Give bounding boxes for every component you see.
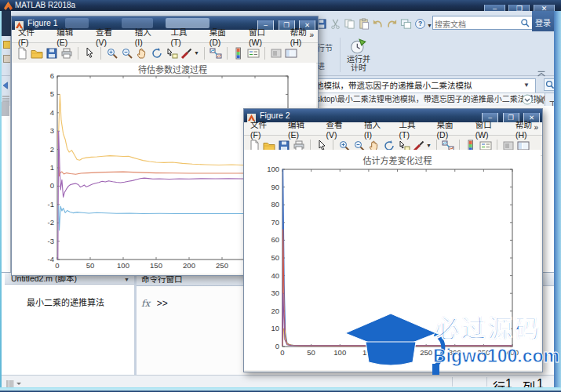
dropdown-caret-icon[interactable]: ▼ bbox=[194, 50, 199, 56]
colorbar-icon[interactable] bbox=[232, 47, 245, 60]
y-tick-label: 30 bbox=[271, 289, 279, 297]
zoom-out-icon[interactable] bbox=[121, 47, 133, 60]
hide-plot-tools-icon[interactable] bbox=[270, 47, 282, 60]
scrollbar-thumb[interactable] bbox=[2, 102, 9, 116]
pan-icon[interactable] bbox=[136, 47, 148, 60]
menu-item[interactable]: 文件(F) bbox=[18, 26, 45, 47]
run-and-time-button[interactable]: 运行并 计时 bbox=[342, 55, 375, 72]
cursor-icon[interactable] bbox=[83, 47, 96, 60]
left-strip bbox=[2, 11, 11, 36]
data-cursor-icon[interactable] bbox=[166, 47, 178, 60]
figure2-menubar: 文件(F)编辑(E)查看(V)插入(I)工具(T)桌面(D)窗口(W)帮助(H)… bbox=[244, 122, 542, 136]
y-tick-label: -3 bbox=[48, 237, 54, 245]
save-icon[interactable] bbox=[46, 47, 58, 60]
svg-text:?: ? bbox=[418, 20, 422, 28]
status-separator bbox=[452, 377, 453, 387]
doc-search-box[interactable] bbox=[432, 16, 533, 30]
menu-item[interactable]: 窗口(W) bbox=[475, 118, 504, 140]
dropdown-caret-icon[interactable]: ▼ bbox=[426, 143, 432, 148]
help-icon[interactable]: ? bbox=[414, 18, 426, 30]
y-tick-label: 0 bbox=[275, 342, 279, 350]
menu-item[interactable]: 窗口(W) bbox=[249, 26, 279, 47]
redo-icon[interactable] bbox=[386, 18, 398, 30]
open-folder-icon[interactable] bbox=[31, 47, 43, 60]
y-tick-label: 50 bbox=[271, 253, 279, 262]
menu-item[interactable]: 查看(V) bbox=[96, 26, 123, 47]
fx-icon: fx bbox=[141, 298, 150, 309]
menu-item[interactable]: 文件(F) bbox=[250, 118, 276, 140]
paste-icon[interactable] bbox=[358, 18, 370, 30]
toolbar-separator bbox=[100, 47, 101, 60]
menu-item[interactable]: 插入(I) bbox=[135, 26, 159, 47]
tab-options-icon[interactable] bbox=[521, 93, 532, 104]
show-plot-tools-icon[interactable] bbox=[285, 47, 297, 60]
dropdown-caret-icon[interactable]: ▼ bbox=[427, 23, 432, 28]
plot-box bbox=[282, 169, 512, 347]
y-tick-label: 20 bbox=[271, 307, 279, 315]
editor-code-line[interactable]: 最小二乘的递推算法 bbox=[5, 285, 134, 308]
x-tick-label: 250 bbox=[420, 348, 432, 357]
rotate-3d-icon[interactable] bbox=[151, 47, 163, 60]
switch-window-icon[interactable] bbox=[400, 18, 412, 30]
x-tick-label: 50 bbox=[86, 261, 95, 270]
menu-item[interactable]: 编辑(E) bbox=[56, 26, 84, 47]
x-tick-label: 200 bbox=[183, 261, 195, 270]
new-file-icon[interactable] bbox=[16, 47, 28, 60]
status-grip-icon[interactable] bbox=[6, 377, 22, 386]
menu-item[interactable]: 桌面(D) bbox=[209, 26, 237, 47]
x-tick-label: 150 bbox=[150, 261, 162, 270]
menu-item[interactable]: 桌面(D) bbox=[437, 118, 464, 140]
search-input[interactable] bbox=[433, 20, 518, 31]
tab-close-icon[interactable] bbox=[534, 94, 545, 104]
run-and-time-icon[interactable] bbox=[350, 38, 367, 55]
undo-icon[interactable] bbox=[372, 18, 384, 30]
y-tick-label: 60 bbox=[271, 235, 279, 244]
x-tick-label: 100 bbox=[117, 261, 129, 270]
ribbon-separator bbox=[340, 38, 341, 72]
menu-item[interactable]: 插入(I) bbox=[364, 118, 388, 140]
main-window-title: MATLAB R2018a bbox=[15, 1, 75, 9]
search-icon[interactable] bbox=[520, 17, 530, 27]
y-tick-label: 2 bbox=[50, 145, 54, 154]
y-tick-label: -1 bbox=[48, 200, 54, 209]
cut-icon[interactable] bbox=[330, 18, 341, 30]
x-tick-label: 100 bbox=[333, 348, 346, 357]
zoom-in-icon[interactable] bbox=[106, 47, 118, 60]
y-tick-label: 90 bbox=[271, 183, 279, 191]
y-tick-label: 1 bbox=[50, 163, 54, 172]
toolbar-separator bbox=[78, 47, 78, 60]
collapse-ribbon-icon[interactable] bbox=[536, 67, 547, 74]
menu-item[interactable]: 工具(T) bbox=[399, 118, 425, 140]
y-tick-label: 40 bbox=[271, 271, 279, 280]
x-tick-label: 0 bbox=[280, 348, 284, 357]
legend-icon[interactable] bbox=[247, 47, 260, 60]
x-tick-label: 300 bbox=[449, 348, 461, 357]
menu-overflow-icon[interactable]: » bbox=[534, 123, 538, 132]
address-dropdown-icon[interactable]: ▼ bbox=[523, 82, 530, 89]
ribbon-fragment-top: 行节 bbox=[317, 42, 333, 53]
list-icon[interactable] bbox=[2, 91, 9, 97]
back-icon[interactable] bbox=[2, 79, 10, 89]
sign-in-link[interactable]: 登录 bbox=[535, 16, 551, 28]
run-and-time-label1: 运行并 bbox=[342, 55, 375, 64]
main-titlebar[interactable] bbox=[0, 0, 561, 11]
menu-overflow-icon[interactable]: » bbox=[309, 31, 314, 39]
command-prompt[interactable]: >> bbox=[157, 298, 168, 309]
figure2-plot[interactable]: 0501001502002503003504000102030405060708… bbox=[244, 150, 541, 370]
print-icon[interactable] bbox=[60, 47, 73, 60]
chart-title: 估计方差变化过程 bbox=[363, 155, 432, 165]
brush-icon[interactable] bbox=[180, 47, 193, 60]
link-plots-icon[interactable] bbox=[209, 47, 222, 60]
window-border-bottom bbox=[0, 387, 561, 392]
y-tick-label: 80 bbox=[271, 200, 279, 209]
copy-icon[interactable] bbox=[344, 18, 355, 30]
window-border-right bbox=[554, 11, 561, 392]
quick-access-toolbar: ?▼ bbox=[315, 16, 432, 31]
current-folder-bar[interactable]: 池模拟，带遗忘因子的递推最小二乘法模拟 bbox=[312, 78, 536, 93]
toolbar-separator bbox=[204, 47, 205, 60]
menu-item[interactable]: 编辑(E) bbox=[288, 118, 315, 140]
figure2-window: Figure 2 – ❐ ✕ 文件(F)编辑(E)查看(V)插入(I)工具(T)… bbox=[243, 108, 543, 372]
panel-dropdown-icon[interactable]: ▼ bbox=[124, 274, 129, 285]
menu-item[interactable]: 查看(V) bbox=[326, 118, 352, 140]
menu-item[interactable]: 工具(T) bbox=[170, 26, 197, 47]
